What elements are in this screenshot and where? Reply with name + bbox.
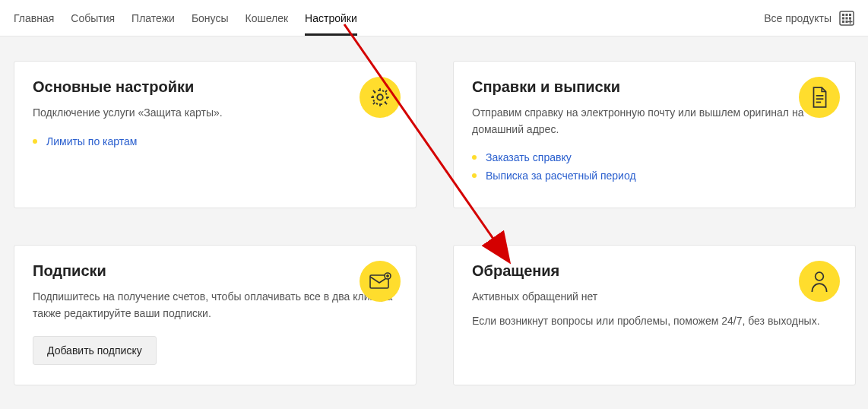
svg-point-11: [377, 94, 382, 100]
add-subscription-button[interactable]: Добавить подписку: [33, 336, 157, 365]
tab-settings[interactable]: Настройки: [305, 0, 357, 36]
link-period-statement[interactable]: Выписка за расчетный период: [486, 170, 636, 182]
tab-events[interactable]: События: [71, 0, 115, 36]
top-nav: Главная События Платежи Бонусы Кошелек Н…: [0, 0, 868, 36]
card-links: Лимиты по картам: [33, 135, 398, 147]
bullet-link: Заказать справку: [472, 151, 837, 163]
card-desc: Подключение услуги «Защита карты».: [33, 105, 398, 122]
content-grid: Основные настройки Подключение услуги «З…: [0, 36, 868, 399]
svg-point-20: [816, 273, 824, 281]
tab-bonuses[interactable]: Бонусы: [192, 0, 229, 36]
envelope-plus-icon: [360, 261, 401, 302]
person-icon: [799, 261, 840, 302]
bullet-dot-icon: [33, 139, 37, 144]
gear-icon: [360, 77, 401, 118]
card-title: Обращения: [472, 262, 837, 280]
link-order-statement[interactable]: Заказать справку: [486, 151, 572, 163]
svg-rect-7: [842, 21, 844, 23]
tab-payments[interactable]: Платежи: [131, 0, 175, 36]
svg-rect-2: [846, 14, 848, 16]
svg-rect-3: [849, 14, 851, 16]
card-appeals[interactable]: Обращения Активных обращений нет Если во…: [453, 245, 856, 385]
all-products-link[interactable]: Все продукты: [764, 11, 854, 26]
link-card-limits[interactable]: Лимиты по картам: [46, 135, 137, 147]
svg-rect-6: [849, 17, 851, 19]
svg-rect-5: [846, 17, 848, 19]
card-title: Подписки: [33, 262, 398, 280]
svg-point-12: [373, 90, 388, 105]
grid-icon: [839, 11, 854, 26]
bullet-dot-icon: [472, 155, 477, 160]
document-icon: [799, 77, 840, 118]
tab-wallet[interactable]: Кошелек: [246, 0, 289, 36]
card-title: Основные настройки: [33, 78, 398, 96]
nav-tabs: Главная События Платежи Бонусы Кошелек Н…: [14, 0, 357, 36]
svg-rect-1: [842, 14, 844, 16]
card-status: Активных обращений нет: [472, 289, 837, 306]
bullet-link: Выписка за расчетный период: [472, 170, 837, 182]
card-desc: Если возникнут вопросы или проблемы, пом…: [472, 313, 837, 330]
card-subscriptions[interactable]: Подписки Подпишитесь на получение счетов…: [14, 245, 417, 385]
card-statements[interactable]: Справки и выписки Отправим справку на эл…: [453, 61, 856, 208]
card-desc: Подпишитесь на получение счетов, чтобы о…: [33, 289, 398, 322]
card-main-settings[interactable]: Основные настройки Подключение услуги «З…: [14, 61, 417, 208]
tab-home[interactable]: Главная: [14, 0, 54, 36]
card-title: Справки и выписки: [472, 78, 837, 96]
card-links: Заказать справку Выписка за расчетный пе…: [472, 151, 837, 182]
bullet-dot-icon: [472, 173, 477, 178]
svg-rect-4: [842, 17, 844, 19]
bullet-link: Лимиты по картам: [33, 135, 398, 147]
svg-rect-8: [846, 21, 848, 23]
all-products-label: Все продукты: [764, 12, 832, 24]
card-desc: Отправим справку на электронную почту ил…: [472, 105, 837, 138]
